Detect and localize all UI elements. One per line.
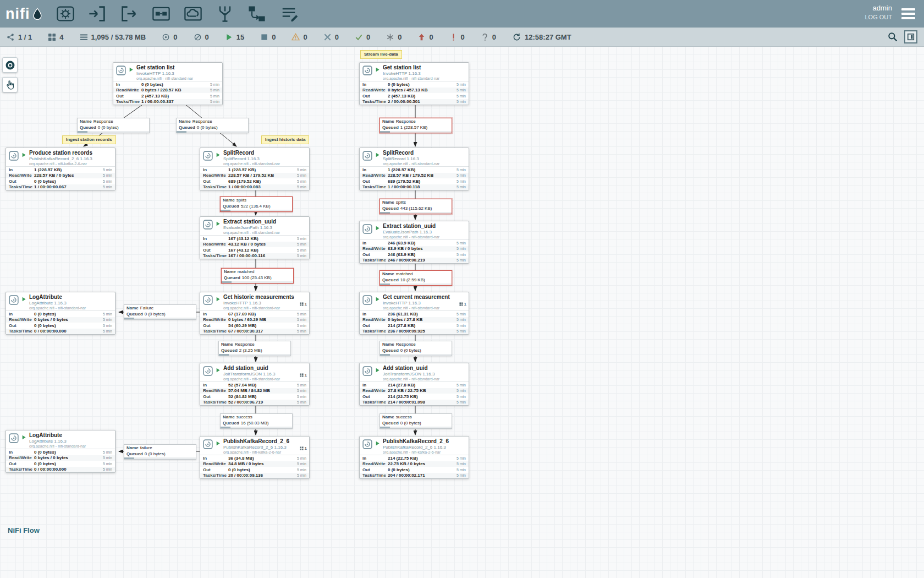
- breadcrumb[interactable]: NiFi Flow: [8, 526, 40, 535]
- processor-name: Add station_uuid: [223, 365, 307, 371]
- processor-get-historic-measurements[interactable]: Get historic measurementsInvokeHTTP 1.16…: [200, 292, 310, 335]
- processor-stats: In236 (61.31 KB)5 minRead/Write0 bytes /…: [360, 310, 469, 334]
- canvas-label-ingest-station-records[interactable]: Ingest station records: [62, 135, 116, 144]
- connection-label-response[interactable]: NameResponseQueued0 (0 bytes): [176, 118, 249, 133]
- connection-queued-key: Queued: [224, 275, 240, 281]
- stat-window: 5 min: [457, 468, 466, 472]
- search-icon[interactable]: [888, 32, 898, 42]
- stat-label: In: [362, 167, 388, 172]
- backpressure-bar: [221, 427, 292, 428]
- canvas-label-stream-live-data[interactable]: Stream live-data: [360, 50, 402, 59]
- processor-publishkafkarecord-2-6[interactable]: PublishKafkaRecord_2_6PublishKafkaRecord…: [359, 436, 469, 479]
- connection-label-response[interactable]: NameResponseQueued1 (228.57 KB): [380, 118, 452, 133]
- processor-type-icon: [9, 295, 19, 305]
- cluster-status: 1 / 1: [7, 33, 32, 41]
- stat-window: 5 min: [457, 100, 466, 103]
- processor-get-station-list[interactable]: Get station listInvokeHTTP 1.16.3org.apa…: [359, 62, 469, 105]
- stat-value: 228.57 KB / 0 bytes: [34, 173, 103, 178]
- processor-name: Get current measurement: [383, 294, 466, 300]
- backpressure-fill: [78, 131, 87, 133]
- stat-value: 67 / 00:00:30.317: [228, 329, 297, 334]
- refresh-icon[interactable]: [513, 33, 521, 41]
- processor-header: Add station_uuidJoltTransformJSON 1.16.3…: [360, 363, 469, 381]
- connection-name-value: Response: [94, 119, 113, 124]
- connection-label-response[interactable]: NameResponseQueued0 (0 bytes): [380, 341, 452, 356]
- cluster-icon: [7, 33, 15, 41]
- processor-header: Get station listInvokeHTTP 1.16.3org.apa…: [113, 63, 222, 81]
- stat-label: Read/Write: [9, 455, 34, 460]
- connection-name-value: Failure: [140, 306, 153, 311]
- connection-label-failure[interactable]: NamefailureQueued0 (0 bytes): [124, 444, 196, 460]
- processor-titles: Extract station_uuidEvaluateJsonPath 1.1…: [223, 219, 307, 235]
- stat-value: 214 (22.75 KB): [388, 456, 457, 461]
- input-port-icon[interactable]: [87, 4, 107, 24]
- stat-value: 0 bytes / 27.8 KB: [388, 317, 457, 322]
- processor-logattribute[interactable]: LogAttributeLogAttribute 1.16.3org.apach…: [6, 292, 116, 335]
- global-menu-button[interactable]: [901, 8, 915, 21]
- connection-label-success[interactable]: NamesuccessQueued0 (0 bytes): [380, 413, 452, 429]
- status-count: 0: [461, 33, 465, 41]
- output-port-icon[interactable]: [119, 4, 139, 24]
- panel-toggle-button[interactable]: [904, 30, 917, 43]
- stat-label: In: [9, 450, 34, 455]
- connection-label-failure[interactable]: NameFailureQueued0 (0 bytes): [124, 304, 196, 320]
- processor-extract-station-uuid[interactable]: Extract station_uuidEvaluateJsonPath 1.1…: [200, 216, 310, 259]
- connection-label-splits[interactable]: NamesplitsQueued443 (115.62 KB): [380, 199, 452, 214]
- processor-publishkafkarecord-2-6[interactable]: PublishKafkaRecord_2_6PublishKafkaRecord…: [200, 436, 310, 479]
- threads-badge-count: 1: [305, 302, 307, 307]
- operate-palette-button[interactable]: [2, 77, 18, 92]
- backpressure-bar: [380, 283, 452, 285]
- label-icon[interactable]: [279, 4, 299, 24]
- processor-produce-station-records[interactable]: Produce station recordsPublishKafkaRecor…: [6, 148, 116, 190]
- stat-value: 214 / 00:00:01.098: [388, 400, 457, 405]
- canvas-label-ingest-historic-data[interactable]: Ingest historic data: [261, 135, 309, 144]
- stat-label: In: [362, 383, 388, 388]
- backpressure-bar: [221, 210, 292, 211]
- flow-canvas[interactable]: Ingest station recordsIngest historic da…: [0, 0, 924, 578]
- navigate-palette-button[interactable]: [2, 57, 18, 73]
- stat-label: Out: [203, 394, 228, 399]
- processor-logattribute[interactable]: LogAttributeLogAttribute 1.16.3org.apach…: [6, 430, 116, 473]
- stat-row-in: In214 (27.8 KB)5 min: [360, 382, 469, 388]
- funnel-icon[interactable]: [215, 4, 235, 24]
- processor-get-station-list[interactable]: Get station listInvokeHTTP 1.16.3org.apa…: [113, 62, 223, 105]
- connection-label-matched[interactable]: NamematchedQueued10 (2.59 KB): [380, 270, 452, 286]
- connection-label-matched[interactable]: NamematchedQueued100 (25.43 KB): [221, 268, 294, 283]
- connection-name-value: Response: [235, 342, 255, 347]
- processor-get-current-measurement[interactable]: Get current measurementInvokeHTTP 1.16.3…: [359, 292, 469, 335]
- connection-label-response[interactable]: NameResponseQueued2 (3.25 MB): [218, 341, 291, 356]
- processor-add-station-uuid[interactable]: Add station_uuidJoltTransformJSON 1.16.3…: [359, 363, 469, 406]
- running-status-icon: [129, 67, 134, 72]
- stat-row-read-write: Read/Write228.57 KB / 179.52 KB5 min: [200, 173, 309, 179]
- stat-value: 20 / 00:00:09.136: [228, 473, 297, 478]
- processor-titles: SplitRecordSplitRecord 1.16.3org.apache.…: [223, 150, 307, 166]
- processor-header: SplitRecordSplitRecord 1.16.3org.apache.…: [200, 148, 309, 166]
- threads-badge-icon: [459, 302, 463, 306]
- connection-label-response[interactable]: NameResponseQueued0 (0 bytes): [77, 118, 150, 133]
- connection-label-splits[interactable]: NamesplitsQueued522 (136.4 KB): [220, 197, 293, 212]
- processor-type-icon: [362, 151, 372, 161]
- processor-type: LogAttribute 1.16.3: [29, 439, 113, 444]
- connection-name-key: Name: [80, 119, 92, 124]
- connection-queued-row: Queued0 (0 bytes): [177, 124, 248, 130]
- process-group-icon[interactable]: [151, 4, 171, 24]
- processor-splitrecord[interactable]: SplitRecordSplitRecord 1.16.3org.apache.…: [359, 148, 469, 190]
- processor-type-icon: [362, 295, 372, 305]
- template-icon[interactable]: [247, 4, 267, 24]
- processor-icon[interactable]: [56, 4, 75, 24]
- stat-row-tasks-time: Tasks/Time2 / 00:00:00.5015 min: [360, 99, 469, 105]
- stat-label: Out: [203, 323, 228, 328]
- stat-label: Read/Write: [203, 461, 228, 466]
- stat-window: 5 min: [103, 173, 112, 177]
- stat-label: Read/Write: [9, 317, 34, 322]
- stat-window: 5 min: [457, 168, 466, 172]
- connection-name-value: splits: [396, 200, 406, 205]
- processor-splitrecord[interactable]: SplitRecordSplitRecord 1.16.3org.apache.…: [200, 148, 310, 190]
- logout-link[interactable]: LOG OUT: [865, 14, 892, 20]
- remote-process-group-icon[interactable]: [183, 4, 203, 24]
- processor-extract-station-uuid[interactable]: Extract station_uuidEvaluateJsonPath 1.1…: [359, 221, 469, 264]
- status-count: 0: [205, 33, 209, 41]
- processor-header: Get station listInvokeHTTP 1.16.3org.apa…: [360, 63, 469, 81]
- connection-label-success[interactable]: NamesuccessQueued16 (50.03 MB): [220, 413, 293, 429]
- processor-add-station-uuid[interactable]: Add station_uuidJoltTransformJSON 1.16.3…: [200, 363, 310, 406]
